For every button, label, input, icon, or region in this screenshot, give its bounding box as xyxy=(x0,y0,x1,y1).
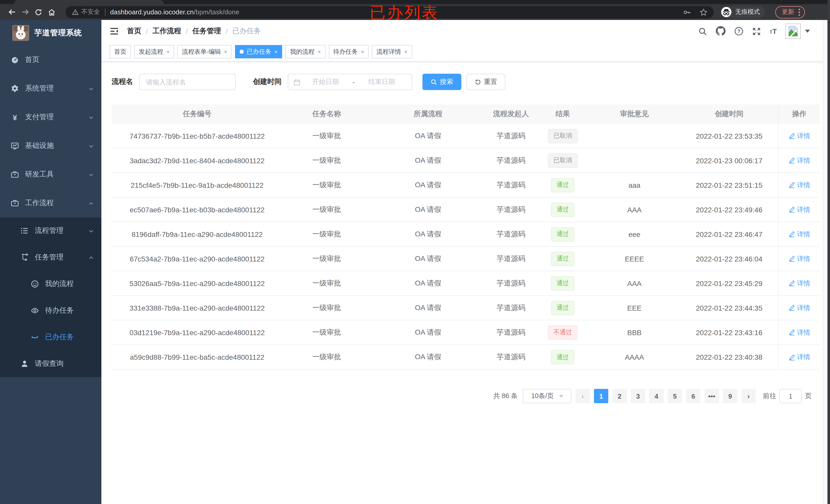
detail-link[interactable]: 详情 xyxy=(788,180,810,190)
detail-link[interactable]: 详情 xyxy=(788,352,810,362)
result-badge-cell: 通过 xyxy=(537,247,589,271)
chevron-up-icon xyxy=(88,253,94,262)
avatar-caret-icon[interactable] xyxy=(805,29,810,33)
detail-link[interactable]: 详情 xyxy=(788,131,810,140)
date-start-placeholder[interactable]: 开始日期 xyxy=(300,77,350,87)
comment-cell: BBB xyxy=(589,320,680,344)
view-tab-3[interactable]: 已办任务× xyxy=(235,45,282,58)
sidebar-item-6[interactable]: 流程管理 xyxy=(0,217,101,244)
incognito-icon xyxy=(721,7,732,18)
page-button-5[interactable]: 5 xyxy=(668,389,682,403)
sidebar-item-0[interactable]: 首页 xyxy=(0,45,101,74)
page-button-3[interactable]: 3 xyxy=(631,389,645,403)
result-badge-cell: 通过 xyxy=(537,296,589,320)
sidebar-item-4[interactable]: 研发工具 xyxy=(0,160,101,189)
detail-link[interactable]: 详情 xyxy=(788,303,810,312)
prev-page-button[interactable]: ‹ xyxy=(576,389,590,403)
view-tab-1[interactable]: 发起流程× xyxy=(134,45,174,58)
detail-link[interactable]: 详情 xyxy=(788,205,810,214)
user-avatar[interactable] xyxy=(786,23,810,39)
reload-button[interactable] xyxy=(32,5,45,19)
search-button[interactable]: 搜索 xyxy=(422,74,461,90)
logo-image xyxy=(12,25,29,41)
next-page-button[interactable]: › xyxy=(741,389,756,403)
back-button[interactable] xyxy=(5,5,19,19)
sidebar-item-3[interactable]: 基础设施 xyxy=(0,132,101,160)
action-cell: 详情 xyxy=(778,345,820,369)
home-button[interactable] xyxy=(45,5,58,19)
browser-menu-icon[interactable] xyxy=(798,8,800,16)
sidebar-item-1[interactable]: 系统管理 xyxy=(0,74,101,103)
view-tab-4[interactable]: 我的流程× xyxy=(285,45,326,58)
sidebar-item-2[interactable]: ¥支付管理 xyxy=(0,103,101,132)
view-tab-6[interactable]: 流程详情× xyxy=(372,45,412,58)
detail-link[interactable]: 详情 xyxy=(788,328,810,337)
breadcrumb-item-1[interactable]: 工作流程 xyxy=(153,26,181,36)
navbar-actions: ? TT xyxy=(698,23,810,39)
status-badge: 通过 xyxy=(551,202,574,217)
page-size-select[interactable]: 10条/页 xyxy=(523,389,571,403)
sidebar-item-5[interactable]: 工作流程 xyxy=(0,189,101,217)
tab-close-icon[interactable]: × xyxy=(166,48,170,55)
github-icon[interactable] xyxy=(716,26,726,36)
sidebar-item-9[interactable]: 待办任务 xyxy=(0,297,101,324)
comment-cell: eee xyxy=(589,222,680,246)
created-time-cell: 2022-01-22 23:49:46 xyxy=(680,198,778,222)
tab-close-icon[interactable]: × xyxy=(404,48,407,55)
fullscreen-icon[interactable] xyxy=(752,26,761,36)
date-end-placeholder[interactable]: 结束日期 xyxy=(357,77,407,87)
detail-link[interactable]: 详情 xyxy=(788,230,810,239)
bookmark-star-icon[interactable] xyxy=(699,7,708,16)
task-id-cell: a59c9d88-7b99-11ec-ba5c-acde48001122 xyxy=(111,345,283,369)
detail-link[interactable]: 详情 xyxy=(788,279,810,288)
result-badge-cell: 通过 xyxy=(537,198,589,222)
view-tab-5[interactable]: 待办任务× xyxy=(329,45,369,58)
action-cell: 详情 xyxy=(778,247,820,271)
page-scrollbar[interactable] xyxy=(823,20,827,504)
sidebar-item-8[interactable]: 我的流程 xyxy=(0,271,101,297)
page-button-•••[interactable]: ••• xyxy=(705,389,719,403)
breadcrumb-item-2[interactable]: 任务管理 xyxy=(193,26,221,36)
security-label[interactable]: 不安全 xyxy=(82,8,100,16)
date-range-input[interactable]: 开始日期 - 结束日期 xyxy=(288,74,412,90)
page-button-6[interactable]: 6 xyxy=(686,389,700,403)
page-button-9[interactable]: 9 xyxy=(723,389,737,403)
process-name-input[interactable] xyxy=(146,78,229,86)
page-button-1[interactable]: 1 xyxy=(594,389,608,403)
task-id-cell: 53026aa5-7b9a-11ec-a290-acde48001122 xyxy=(111,271,283,295)
process-name-label: 流程名 xyxy=(111,77,133,87)
update-label[interactable]: 更新 xyxy=(782,8,794,16)
sidebar-item-11[interactable]: 请假查询 xyxy=(0,350,101,377)
task-name-cell: 一级审批 xyxy=(283,148,371,172)
detail-link[interactable]: 详情 xyxy=(788,156,810,165)
browser-active-tab[interactable] xyxy=(14,0,164,4)
view-tab-2[interactable]: 流程表单-编辑× xyxy=(178,45,232,58)
sidebar-item-7[interactable]: 任务管理 xyxy=(0,244,101,271)
update-button[interactable]: 更新 xyxy=(775,6,805,18)
reset-button[interactable]: 重置 xyxy=(467,74,505,90)
total-count: 共 86 条 xyxy=(493,392,518,401)
breadcrumb-item-0[interactable]: 首页 xyxy=(127,26,141,36)
sidebar-item-10[interactable]: 已办任务 xyxy=(0,324,101,350)
forward-button[interactable] xyxy=(19,5,32,19)
tab-close-icon[interactable]: × xyxy=(318,48,321,55)
page-button-4[interactable]: 4 xyxy=(649,389,664,403)
task-name-cell: 一级审批 xyxy=(283,124,371,148)
tab-close-icon[interactable]: × xyxy=(361,48,364,55)
view-tab-0[interactable]: 首页 xyxy=(109,45,131,58)
page-button-2[interactable]: 2 xyxy=(612,389,627,403)
font-size-icon[interactable]: TT xyxy=(770,27,777,35)
date-separator: - xyxy=(353,78,355,86)
tab-close-icon[interactable]: × xyxy=(275,48,278,55)
password-key-icon[interactable] xyxy=(683,7,691,16)
table-row-0: 74736737-7b9b-11ec-b5b7-acde48001122一级审批… xyxy=(111,124,820,148)
search-icon[interactable] xyxy=(698,26,707,36)
detail-link[interactable]: 详情 xyxy=(788,254,810,263)
goto-page-input[interactable] xyxy=(779,389,802,403)
sidebar-collapse-icon[interactable] xyxy=(109,26,119,36)
task-id-cell: 3adac3d2-7b9d-11ec-8404-acde48001122 xyxy=(111,148,283,172)
table-row-9: a59c9d88-7b99-11ec-ba5c-acde48001122一级审批… xyxy=(111,345,820,369)
chevron-down-icon xyxy=(88,227,94,235)
tab-close-icon[interactable]: × xyxy=(224,48,227,55)
help-icon[interactable]: ? xyxy=(734,26,743,36)
